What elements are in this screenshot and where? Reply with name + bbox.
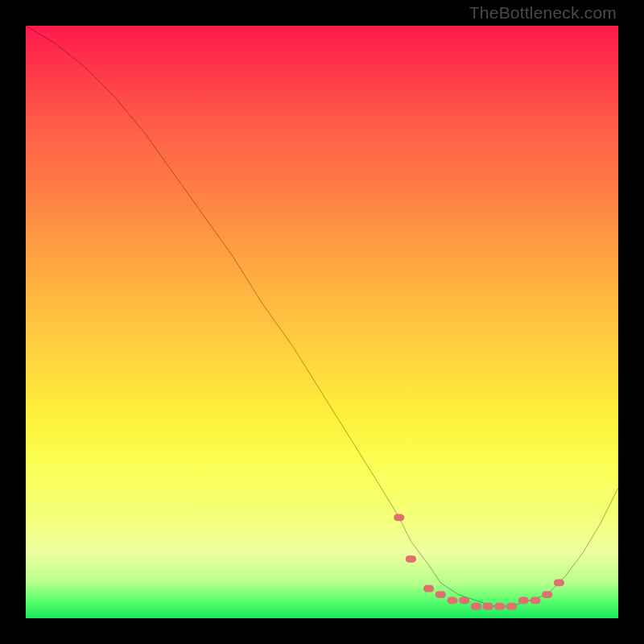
curve-svg [26,26,618,618]
plot-area [26,26,618,618]
optimal-marker [554,579,564,586]
bottleneck-curve [26,26,618,606]
bottleneck-curve-path [26,26,618,606]
optimal-marker [423,585,434,592]
optimal-zone-markers [394,514,564,609]
optimal-marker [394,514,404,521]
chart-frame: TheBottleneck.com [0,0,644,644]
optimal-marker [518,597,529,605]
optimal-marker [506,603,517,610]
optimal-marker [494,603,505,610]
optimal-marker [482,603,493,610]
optimal-marker [542,591,552,598]
optimal-marker [530,597,540,605]
optimal-marker [447,597,457,605]
source-watermark: TheBottleneck.com [469,3,617,23]
optimal-marker [436,591,446,598]
optimal-marker [459,597,469,605]
optimal-marker [406,555,416,563]
optimal-marker [471,603,481,610]
